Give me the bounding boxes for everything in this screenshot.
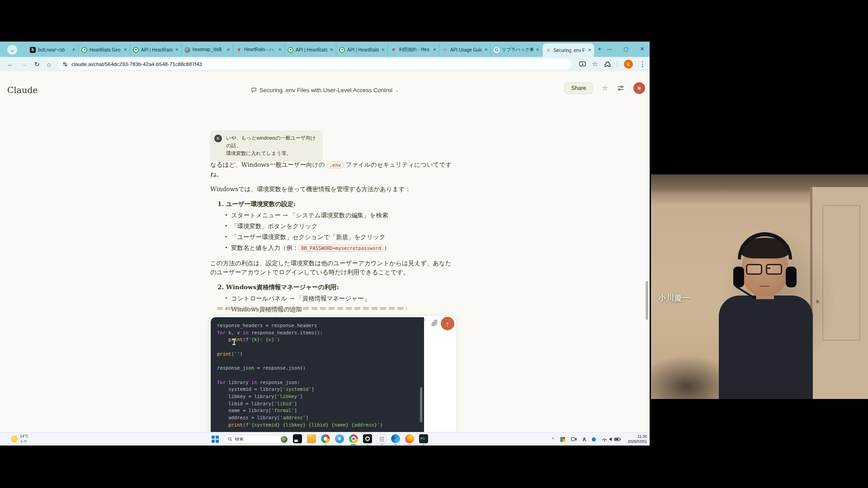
tab-close-icon[interactable]: ✕ [588, 48, 591, 52]
extensions-icon[interactable] [604, 61, 611, 67]
code-line: response_json = response.json() [217, 365, 418, 372]
minimize-button[interactable]: — [607, 46, 612, 52]
tab-close-icon[interactable]: ✕ [226, 47, 230, 52]
search-label: 検索 [235, 436, 244, 442]
app-icon-widgets[interactable] [293, 434, 302, 443]
browser-tab[interactable]: bbolt.new/~/sb✕ [27, 43, 79, 56]
rails-favicon-icon [288, 47, 293, 53]
tab-close-icon[interactable]: ✕ [330, 47, 333, 52]
browser-tab[interactable]: ♥HeartRails - ハ✕ [233, 43, 285, 56]
reload-button[interactable]: ↻ [34, 61, 40, 68]
browser-tab[interactable]: API | HeartRails✕ [285, 43, 336, 56]
code-token: ) [240, 351, 243, 357]
tab-label: HeartRails Geo [90, 47, 121, 52]
code-token: libid = library[ [217, 401, 274, 406]
tab-close-icon[interactable]: ✕ [484, 47, 488, 52]
browser-tab[interactable]: HeartRails Geo✕ [79, 43, 130, 56]
tab-label: Securing .env F [553, 48, 585, 53]
app-icon-github[interactable] [363, 434, 372, 443]
tab-label: API | HeartRails [296, 47, 327, 52]
browser-tab[interactable]: heatmap_沖縄✕ [182, 43, 233, 56]
camera-icon[interactable] [571, 437, 577, 441]
browser-tab[interactable]: API | HeartRails✕ [130, 43, 182, 56]
globe-favicon-icon [184, 47, 190, 53]
app-icon-edge[interactable] [391, 434, 400, 443]
user-message: K いや、もっとwindowsの一般ユーザ向けの話。 環境変数に入れてしまう等。 [210, 131, 322, 161]
text-run: Windowsでは、環境変数を使って機密情報を管理する方法があります： [210, 185, 411, 192]
ime-indicator[interactable]: A [583, 436, 586, 442]
text-run: 「環境変数」ボタンをクリック [231, 222, 318, 230]
paperclip-icon[interactable] [431, 319, 438, 327]
app-icon-chrome[interactable] [349, 434, 358, 443]
app-icon-photos[interactable] [321, 434, 330, 443]
tab-close-icon[interactable]: ✕ [433, 47, 436, 52]
close-button[interactable]: ✕ [640, 46, 644, 52]
rails-favicon-icon [133, 47, 139, 53]
share-button[interactable]: Share [564, 82, 593, 94]
claude-account-avatar[interactable]: ✳ [633, 82, 645, 94]
claude-favicon-icon: ✳ [545, 47, 551, 53]
weather-temp: 14°C [20, 434, 28, 439]
app-icon-teams[interactable] [335, 434, 344, 443]
message-composer[interactable]: response_headers = response.headersfor k… [209, 315, 457, 432]
more-menu-icon[interactable]: ⋮ [639, 60, 646, 68]
composer-input[interactable]: response_headers = response.headersfor k… [211, 317, 424, 432]
profile-avatar[interactable]: k [624, 60, 633, 69]
home-button[interactable]: ⌂ [47, 61, 51, 68]
glasses [746, 264, 782, 275]
bookmark-star-icon[interactable]: ☆ [592, 60, 598, 68]
weather-widget[interactable]: 14°C もや [11, 434, 28, 444]
code-token: ] [300, 394, 302, 399]
conversation-title-bar[interactable]: Securing .env Files with User-Level Acce… [0, 87, 650, 94]
text-run: なるほど、Windows一般ユーザー向けの [210, 161, 327, 168]
forward-button[interactable]: → [21, 61, 27, 68]
code-token: for [217, 330, 226, 335]
bullet-item: 「環境変数」ボタンをクリック [231, 222, 454, 230]
rails-favicon-icon [339, 47, 345, 53]
browser-tab[interactable]: ✳Securing .env F✕ [542, 43, 594, 57]
start-button[interactable] [212, 436, 219, 443]
collapse-icon[interactable]: ⌃ [423, 319, 426, 324]
browser-tab[interactable]: Gリブラハック事件✕ [491, 43, 542, 56]
clipped-text-line [217, 307, 407, 310]
back-button[interactable]: ← [7, 61, 14, 68]
browser-tab[interactable]: ✳API Usage Guid✕ [439, 43, 491, 56]
tab-close-icon[interactable]: ✕ [278, 47, 282, 52]
app-icon-notepad[interactable] [377, 434, 386, 443]
app-icon-file-explorer[interactable] [307, 434, 316, 443]
maximize-button[interactable]: ▢ [623, 46, 628, 52]
tab-close-icon[interactable]: ✕ [175, 47, 179, 52]
tab-close-icon[interactable]: ✕ [381, 47, 385, 52]
composer-scrollbar[interactable] [420, 387, 422, 422]
code-line: systemid = library['systemid'] [217, 386, 418, 393]
code-token: 'formal' [271, 408, 294, 413]
tab-close-icon[interactable]: ✕ [72, 47, 75, 52]
taskbar-clock[interactable]: 11:30 2025/03/01 [627, 434, 647, 444]
bullet-item: 「ユーザー環境変数」セクションで「新規」をクリック [231, 233, 454, 241]
tab-label: API Usage Guid [450, 47, 482, 52]
inline-code-chip: .env [327, 161, 344, 169]
app-icon-pycharm[interactable]: PC [419, 434, 428, 443]
new-tab-button[interactable]: + [598, 45, 601, 52]
send-button[interactable]: ↑ [441, 317, 454, 330]
browser-tab[interactable]: ♥利用規約 - Hea✕ [388, 43, 439, 56]
text-run: 1. ユーザー環境変数の設定: [217, 200, 296, 207]
sliders-icon[interactable] [617, 85, 624, 91]
tab-close-icon[interactable]: ✕ [536, 47, 539, 52]
tray-status-icon[interactable] [592, 437, 596, 441]
toolbar-right: ☆ k ⋮ [579, 59, 646, 70]
star-icon[interactable]: ☆ [602, 84, 608, 92]
install-icon[interactable] [579, 61, 586, 67]
tray-chevron-icon[interactable]: ^ [552, 437, 554, 442]
app-icon-firefox[interactable] [405, 434, 414, 443]
page-scrollbar[interactable] [646, 281, 648, 320]
tab-search-button[interactable]: ⌄ [7, 45, 17, 55]
browser-tab[interactable]: API | HeartRails✕ [336, 43, 388, 56]
tab-close-icon[interactable]: ✕ [123, 47, 127, 52]
tab-label: heatmap_沖縄 [193, 47, 224, 53]
taskbar-search[interactable]: 検索 [223, 435, 289, 444]
network-volume-battery-icons[interactable] [602, 436, 622, 442]
text-run: コントロールパネル → 「資格情報マネージャー」 [231, 295, 370, 302]
address-bar[interactable]: claude.ai/chat/564dc293-783b-42a4-b548-7… [58, 59, 571, 70]
tray-app-icon[interactable] [560, 437, 565, 442]
